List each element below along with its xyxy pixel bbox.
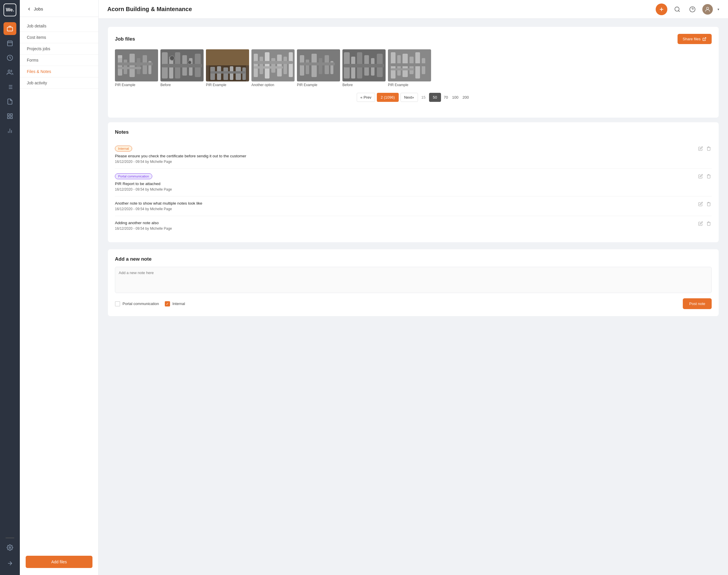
share-files-button[interactable]: Share files (678, 34, 712, 44)
delete-note-3[interactable] (706, 221, 712, 228)
svg-rect-77 (300, 63, 335, 65)
top-header: Acorn Building & Maintenance ▾ (99, 0, 728, 19)
gallery-label-6: PIR Example (388, 83, 431, 87)
next-page-button[interactable]: Next» (400, 93, 418, 102)
note-text-0: Please ensure you check the certificate … (115, 154, 712, 158)
svg-rect-61 (254, 54, 258, 77)
nav-icon-briefcase[interactable] (3, 22, 16, 35)
svg-rect-85 (344, 64, 384, 67)
nav-icon-calendar[interactable] (3, 37, 16, 49)
sidebar-item-cost-items[interactable]: Cost items (20, 32, 98, 43)
svg-rect-0 (7, 27, 12, 31)
note-item-1: Portal communication PIR Report to be at… (115, 169, 712, 196)
prev-page-button[interactable]: « Prev (357, 93, 375, 102)
gallery-item-3[interactable]: Another option (251, 49, 295, 87)
svg-rect-47 (162, 64, 202, 67)
gallery-label-0: PIR Example (115, 83, 158, 87)
portal-checkbox[interactable] (115, 301, 120, 306)
sidebar-item-job-activity[interactable]: Job activity (20, 77, 98, 89)
delete-note-0[interactable] (706, 146, 712, 153)
svg-rect-80 (351, 57, 355, 78)
image-gallery: PIR Example (115, 49, 712, 87)
page-size-50-button[interactable]: 50 (429, 93, 441, 102)
edit-note-0[interactable] (698, 146, 703, 153)
gallery-item-6[interactable]: PIR Example (388, 49, 431, 87)
help-button[interactable] (687, 4, 698, 14)
portal-communication-option[interactable]: Portal communication (115, 301, 159, 306)
gallery-label-4: PIR Example (297, 83, 340, 87)
delete-note-2[interactable] (706, 201, 712, 208)
svg-rect-35 (137, 58, 140, 74)
note-text-1: PIR Report to be attached (115, 181, 712, 186)
svg-point-48 (170, 56, 174, 60)
sidebar-item-projects-jobs[interactable]: Projects jobs (20, 43, 98, 55)
note-tag-0: Internal (115, 146, 132, 151)
divider (5, 538, 14, 538)
nav-icon-grid[interactable] (3, 110, 16, 123)
add-note-title: Add a new note (115, 256, 712, 262)
edit-note-1[interactable] (698, 173, 703, 180)
sidebar-item-files-notes[interactable]: Files & Notes (20, 66, 98, 77)
back-to-jobs[interactable]: Jobs (20, 0, 98, 17)
internal-option[interactable]: ✓ Internal (165, 301, 185, 306)
svg-rect-68 (254, 61, 293, 64)
internal-checkbox[interactable]: ✓ (165, 301, 170, 306)
nav-icon-checklist[interactable] (3, 80, 16, 93)
note-actions-1 (698, 173, 712, 180)
page-size-200: 200 (463, 95, 469, 100)
svg-rect-14 (10, 114, 12, 115)
svg-line-25 (679, 10, 680, 12)
svg-rect-39 (118, 67, 141, 69)
gallery-label-3: Another option (251, 83, 295, 87)
user-avatar[interactable] (702, 4, 713, 14)
header-actions: ▾ (656, 3, 719, 15)
current-page-button[interactable]: 2 (1096) (377, 93, 398, 102)
svg-rect-13 (8, 114, 9, 115)
nav-icon-arrow-right[interactable] (3, 557, 16, 570)
sidebar-item-forms[interactable]: Forms (20, 55, 98, 66)
add-note-textarea[interactable] (115, 267, 712, 293)
svg-rect-32 (118, 55, 122, 58)
svg-rect-72 (306, 60, 309, 74)
nav-icon-file[interactable] (3, 95, 16, 108)
search-button[interactable] (672, 4, 683, 14)
svg-rect-63 (265, 52, 269, 78)
gallery-item-4[interactable]: PIR Example (297, 49, 340, 87)
delete-note-1[interactable] (706, 173, 712, 180)
note-meta-2: 16/12/2020 - 09:54 by Michelle Page (115, 207, 712, 211)
note-text-2: Another note to show what multiple notes… (115, 201, 712, 205)
note-item-0: Internal Please ensure you check the cer… (115, 141, 712, 169)
gallery-item-0[interactable]: PIR Example (115, 49, 158, 87)
nav-icon-chart[interactable] (3, 124, 16, 137)
note-actions-3 (698, 221, 712, 228)
icon-nav: We. (0, 0, 20, 575)
svg-point-49 (188, 61, 191, 64)
portal-label: Portal communication (122, 302, 159, 306)
sidebar-nav: Job details Cost items Projects jobs For… (20, 17, 98, 551)
edit-note-3[interactable] (698, 221, 703, 228)
add-files-button[interactable]: Add files (26, 556, 93, 568)
edit-note-2[interactable] (698, 201, 703, 208)
svg-rect-67 (289, 52, 293, 77)
svg-rect-1 (8, 41, 12, 46)
app-logo: We. (3, 3, 16, 16)
gallery-item-5[interactable]: Before (342, 49, 386, 87)
svg-rect-93 (391, 63, 426, 66)
note-meta-0: 16/12/2020 - 09:54 by Michelle Page (115, 160, 712, 164)
note-item-3: Adding another note also 16/12/2020 - 09… (115, 216, 712, 235)
nav-icon-clock[interactable] (3, 52, 16, 64)
gallery-item-2[interactable]: PIR Example (206, 49, 249, 87)
note-type-options: Portal communication ✓ Internal (115, 301, 185, 306)
nav-icon-settings[interactable] (3, 541, 16, 554)
post-note-button[interactable]: Post note (683, 298, 712, 309)
svg-point-20 (9, 547, 11, 548)
page-size-100: 100 (452, 95, 459, 100)
sidebar-item-job-details[interactable]: Job details (20, 21, 98, 32)
gallery-label-1: Before (160, 83, 204, 87)
user-dropdown-arrow[interactable]: ▾ (718, 7, 719, 11)
add-button[interactable] (656, 3, 667, 15)
pagination: « Prev 2 (1096) Next» 15 50 70 100 200 (115, 93, 712, 102)
job-files-header: Job files Share files (115, 34, 712, 44)
nav-icon-users[interactable] (3, 66, 16, 79)
gallery-item-1[interactable]: Before (160, 49, 204, 87)
